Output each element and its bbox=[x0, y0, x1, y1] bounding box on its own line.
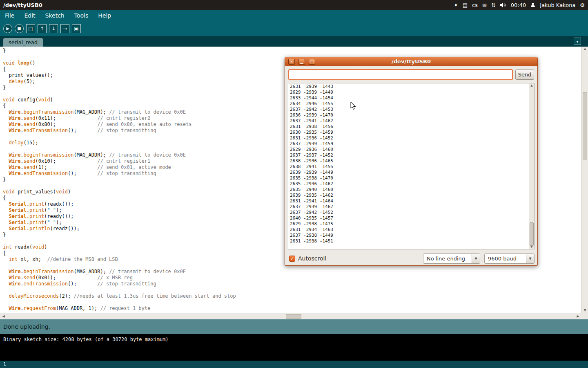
screen: /dev/ttyUSB0 ✦ ▤ cs ✉ ⇅ 00:40 Jakub Kako… bbox=[0, 0, 588, 368]
upload-button[interactable]: → bbox=[60, 24, 69, 33]
new-sketch-button[interactable]: □ bbox=[26, 24, 35, 33]
chevron-down-icon[interactable]: ▼ bbox=[472, 254, 480, 263]
indicator-icon[interactable]: ✦ bbox=[454, 2, 458, 8]
serial-output-line: 2631 -2938 -1456 bbox=[290, 124, 527, 130]
serial-output-line: 2637 -2937 -1452 bbox=[290, 153, 527, 158]
serial-monitor-title: /dev/ttyUSB0 bbox=[285, 58, 537, 65]
serial-output-line: 2637 -2939 -1459 bbox=[290, 141, 527, 147]
keyboard-icon[interactable]: ▤ bbox=[463, 2, 468, 8]
serial-output-line: 2635 -2938 -1470 bbox=[290, 175, 527, 181]
serial-output-line: 2637 -2942 -1452 bbox=[290, 210, 527, 215]
scroll-down-icon[interactable]: ▼ bbox=[529, 245, 534, 249]
serial-output-line: 2637 -2939 -1467 bbox=[290, 204, 527, 210]
mail-icon[interactable]: ✉ bbox=[482, 2, 487, 8]
code-line: } bbox=[3, 48, 581, 54]
menu-file[interactable]: File bbox=[0, 11, 19, 20]
username[interactable]: Jakub Kakona bbox=[540, 2, 575, 8]
keyboard-layout[interactable]: cs bbox=[472, 2, 478, 8]
tab-menu-button[interactable]: ▾ bbox=[574, 38, 581, 45]
tab-serial-read[interactable]: serial_read bbox=[3, 38, 43, 47]
open-icon: ↑ bbox=[40, 26, 44, 31]
code-line: Wire.send(0x01); // x MSB reg bbox=[3, 275, 581, 281]
serial-monitor-icon: ▣ bbox=[74, 26, 78, 31]
serial-output-line: 2637 -2942 -1453 bbox=[290, 107, 527, 112]
serial-monitor-button[interactable]: ▣ bbox=[72, 24, 81, 33]
toolbar: ▶ ■ □ ↑ ↓ → ▣ bbox=[0, 21, 588, 36]
stop-button[interactable]: ■ bbox=[15, 24, 24, 33]
volume-icon[interactable] bbox=[500, 2, 506, 8]
current-line-number: 1 bbox=[3, 361, 6, 367]
session-gear-icon[interactable]: ⚙ bbox=[580, 2, 585, 8]
code-line bbox=[3, 287, 581, 293]
serial-output-line: 2631 -2936 -1452 bbox=[290, 135, 527, 141]
scroll-right-icon[interactable]: ▶ bbox=[575, 313, 581, 319]
check-icon: ✓ bbox=[290, 256, 294, 261]
code-line bbox=[3, 299, 581, 305]
serial-output-line: 2637 -2941 -1462 bbox=[290, 118, 527, 124]
serial-output-scrollbar[interactable]: ▲ ▼ bbox=[529, 83, 534, 249]
editor-horizontal-scrollbar[interactable]: ◀ ▶ bbox=[0, 313, 588, 319]
tabstrip: serial_read ▾ bbox=[0, 36, 588, 47]
serial-monitor-window: × ▁ □ /dev/ttyUSB0 Send 2631 -2939 -1443… bbox=[285, 57, 538, 266]
system-tray: ✦ ▤ cs ✉ ⇅ 00:40 Jakub Kakona ⚙ bbox=[454, 2, 585, 8]
serial-output-line: 2638 -2936 -1465 bbox=[290, 158, 527, 164]
code-line: Wire.requestFrom(MAG_ADDR, 1); // reques… bbox=[3, 305, 581, 312]
serial-output-line: 2639 -2939 -1449 bbox=[290, 170, 527, 175]
scroll-down-icon[interactable]: ▼ bbox=[582, 308, 588, 313]
maximize-icon[interactable]: □ bbox=[309, 59, 315, 65]
serial-output-line: 2633 -2944 -1454 bbox=[290, 95, 527, 101]
serial-send-input[interactable] bbox=[288, 69, 513, 80]
serial-output-line: 2635 -2940 -1460 bbox=[290, 187, 527, 193]
line-number-strip: 1 bbox=[0, 361, 588, 368]
system-panel: /dev/ttyUSB0 ✦ ▤ cs ✉ ⇅ 00:40 Jakub Kako… bbox=[0, 0, 588, 10]
serial-output-line: 2631 -2934 -1463 bbox=[290, 227, 527, 233]
serial-output[interactable]: 2631 -2939 -14432629 -2939 -14492633 -29… bbox=[288, 83, 528, 249]
line-ending-select[interactable]: No line ending ▼ bbox=[423, 254, 480, 264]
autoscroll-label: Autoscroll bbox=[298, 255, 326, 262]
chevron-down-icon[interactable]: ▼ bbox=[526, 254, 534, 263]
autoscroll-checkbox[interactable]: ✓ bbox=[289, 256, 295, 262]
minimize-icon[interactable]: ▁ bbox=[298, 59, 305, 65]
status-message: Done uploading. bbox=[3, 323, 50, 330]
vertical-scroll-thumb[interactable] bbox=[583, 92, 587, 159]
menu-tools[interactable]: Tools bbox=[69, 11, 94, 20]
serial-monitor-titlebar[interactable]: × ▁ □ /dev/ttyUSB0 bbox=[285, 57, 537, 66]
console: Binary sketch size: 4208 bytes (of a 307… bbox=[0, 334, 588, 361]
menu-edit[interactable]: Edit bbox=[19, 11, 40, 20]
user-icon bbox=[530, 2, 535, 7]
horizontal-scroll-thumb[interactable] bbox=[286, 314, 301, 319]
baud-rate-value: 9600 baud bbox=[485, 256, 526, 262]
save-icon: ↓ bbox=[51, 26, 56, 31]
serial-output-line: 2631 -2941 -1464 bbox=[290, 198, 527, 204]
serial-output-line: 2631 -2938 -1451 bbox=[290, 238, 527, 244]
serial-output-line: 2634 -2946 -1455 bbox=[290, 101, 527, 107]
scroll-up-icon[interactable]: ▲ bbox=[582, 47, 588, 52]
save-button[interactable]: ↓ bbox=[49, 24, 58, 33]
scroll-up-icon[interactable]: ▲ bbox=[529, 83, 534, 88]
network-icon[interactable]: ⇅ bbox=[491, 2, 496, 8]
editor-vertical-scrollbar[interactable]: ▲ ▼ bbox=[581, 47, 588, 313]
serial-output-box: 2631 -2939 -14432629 -2939 -14492633 -29… bbox=[288, 83, 535, 249]
clock[interactable]: 00:40 bbox=[511, 2, 526, 8]
serial-output-line: 2635 -2936 -1462 bbox=[290, 181, 527, 187]
serial-scroll-thumb[interactable] bbox=[530, 222, 534, 246]
stop-icon: ■ bbox=[17, 27, 21, 31]
close-icon[interactable]: × bbox=[288, 59, 295, 65]
code-line: delayMicroseconds(2); //needs at least 1… bbox=[3, 293, 581, 299]
verify-button[interactable]: ▶ bbox=[3, 24, 12, 33]
baud-rate-select[interactable]: 9600 baud ▼ bbox=[484, 254, 535, 264]
status-bar: Done uploading. bbox=[0, 319, 588, 334]
send-button[interactable]: Send bbox=[515, 70, 534, 80]
open-button[interactable]: ↑ bbox=[38, 24, 47, 33]
serial-output-line: 2629 -2936 -1460 bbox=[290, 147, 527, 153]
menu-help[interactable]: Help bbox=[93, 11, 116, 20]
menubar: File Edit Sketch Tools Help bbox=[0, 10, 588, 21]
serial-output-line: 2638 -2941 -1455 bbox=[290, 164, 527, 170]
code-line: Wire.beginTransmission(MAG_ADDR); // tra… bbox=[3, 269, 581, 275]
scroll-left-icon[interactable]: ◀ bbox=[0, 313, 7, 319]
window-title: /dev/ttyUSB0 bbox=[3, 2, 42, 8]
mouse-cursor bbox=[350, 101, 356, 112]
menu-sketch[interactable]: Sketch bbox=[40, 11, 69, 20]
serial-output-line: 2636 -2939 -1470 bbox=[290, 112, 527, 118]
serial-output-line: 2639 -2935 -1462 bbox=[290, 193, 527, 198]
